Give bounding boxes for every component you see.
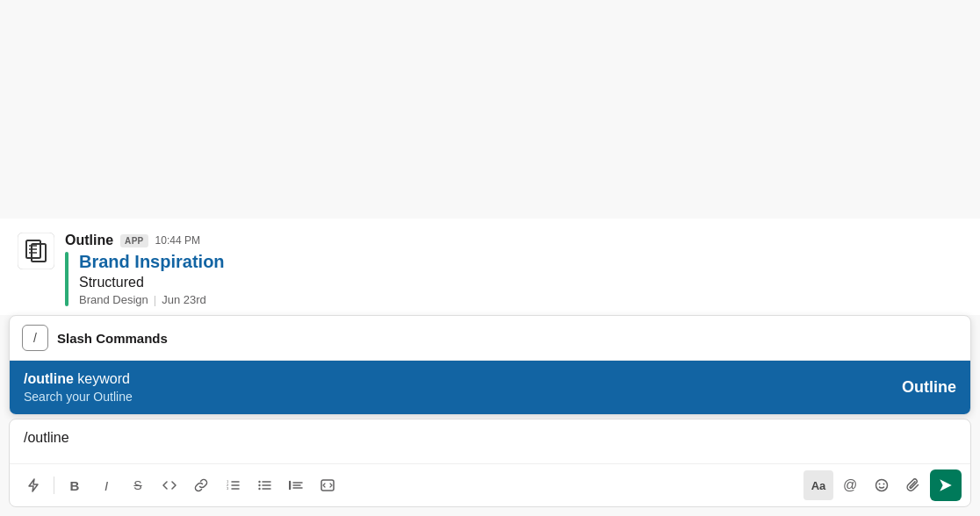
toolbar-divider-1 (54, 477, 54, 494)
doc-meta: Brand Design | Jun 23rd (79, 293, 225, 306)
emoji-button[interactable] (867, 470, 897, 500)
green-bar (65, 252, 68, 306)
code-icon (162, 478, 177, 492)
blockquote-icon (289, 478, 303, 492)
attachment-button[interactable] (898, 470, 928, 500)
svg-point-16 (258, 484, 260, 486)
svg-rect-0 (18, 233, 54, 269)
aa-icon: Aa (811, 479, 826, 492)
strikethrough-button[interactable]: S (123, 470, 153, 500)
lightning-icon (26, 478, 40, 492)
input-value: /outline (24, 430, 69, 445)
app-name: Outline (65, 233, 113, 248)
link-icon (194, 478, 208, 492)
emoji-icon (875, 478, 889, 492)
message-input-area: /outline B I S (9, 419, 971, 507)
slash-command-item[interactable]: /outline keyword Search your Outline Out… (10, 361, 970, 414)
mention-icon: @ (843, 477, 857, 493)
message-content: Outline APP 10:44 PM Brand Inspiration S… (65, 233, 962, 306)
svg-point-24 (879, 484, 881, 485)
italic-icon: I (104, 478, 108, 493)
code-button[interactable] (155, 470, 184, 500)
meta-divider: | (154, 293, 156, 306)
strikethrough-icon: S (133, 478, 141, 492)
unordered-list-icon (257, 478, 271, 492)
message-body: Brand Inspiration Structured Brand Desig… (65, 252, 962, 306)
doc-type: Structured (79, 275, 225, 290)
svg-point-15 (258, 481, 260, 483)
attachment-icon (906, 478, 920, 492)
bold-button[interactable]: B (60, 470, 90, 500)
slash-item-app-name: Outline (902, 378, 956, 397)
slash-commands-header: / Slash Commands (10, 316, 970, 361)
send-icon (938, 477, 954, 493)
slash-item-left: /outline keyword Search your Outline (24, 371, 133, 404)
slash-command-bold: /outline (24, 371, 74, 386)
svg-point-17 (258, 488, 260, 490)
svg-text:3: 3 (227, 486, 229, 491)
code-block-icon (321, 478, 335, 492)
slash-icon: / (22, 325, 48, 351)
formatting-button[interactable]: Aa (803, 470, 833, 500)
meta-date: Jun 23rd (162, 293, 206, 306)
unordered-list-button[interactable] (249, 470, 279, 500)
message-card: Outline APP 10:44 PM Brand Inspiration S… (0, 219, 980, 315)
slash-command-desc: Search your Outline (24, 390, 133, 404)
slash-commands-popup: / Slash Commands /outline keyword Search… (9, 315, 971, 415)
mention-button[interactable]: @ (835, 470, 865, 500)
italic-button[interactable]: I (91, 470, 121, 500)
brand-title: Brand Inspiration (79, 252, 225, 272)
blockquote-button[interactable] (281, 470, 311, 500)
slash-commands-label: Slash Commands (57, 331, 168, 346)
send-button[interactable] (930, 469, 962, 501)
message-toolbar: B I S 1 (10, 463, 970, 506)
lightning-button[interactable] (18, 470, 48, 500)
ordered-list-button[interactable]: 1 2 3 (218, 470, 248, 500)
svg-point-23 (876, 480, 888, 491)
link-button[interactable] (186, 470, 216, 500)
bold-icon: B (70, 478, 80, 493)
svg-point-25 (883, 484, 885, 485)
message-text: Brand Inspiration Structured Brand Desig… (79, 252, 225, 306)
slash-command-text: /outline keyword (24, 371, 133, 387)
message-input[interactable]: /outline (10, 419, 970, 463)
message-header: Outline APP 10:44 PM (65, 233, 962, 248)
meta-workspace: Brand Design (79, 293, 148, 306)
timestamp: 10:44 PM (155, 234, 200, 247)
ordered-list-icon: 1 2 3 (226, 478, 240, 492)
code-block-button[interactable] (313, 470, 342, 500)
app-logo (18, 233, 54, 269)
app-badge: APP (120, 234, 148, 247)
slash-command-rest: keyword (74, 371, 130, 386)
